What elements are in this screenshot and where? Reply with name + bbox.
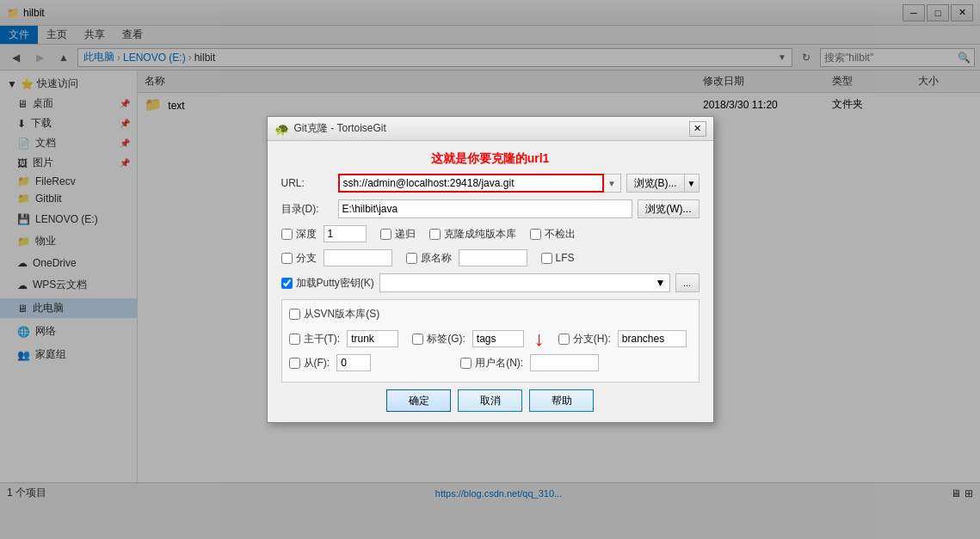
origin-label: 原名称 [421,251,452,266]
putty-browse-button[interactable]: ... [675,273,700,292]
putty-checkbox-item[interactable]: 加载Putty密钥(K) [281,276,374,291]
nocheckout-label: 不检出 [545,227,576,242]
recursive-checkbox-item[interactable]: 递归 [380,227,416,242]
dialog-title: Git克隆 - TortoiseGit [294,121,386,136]
svn-from-checkbox-item[interactable]: 从SVN版本库(S) [289,307,692,322]
depth-checkbox-item[interactable]: 深度 [281,225,367,242]
origin-checkbox-item[interactable]: 原名称 [406,249,527,266]
dir-label: 目录(D): [281,202,333,217]
url-input[interactable] [338,174,604,193]
url-label: URL: [281,177,333,189]
putty-checkbox[interactable] [281,278,293,289]
dialog-title-left: 🐢 Git克隆 - TortoiseGit [274,121,386,136]
dir-input[interactable] [338,199,633,218]
browse-dir-button[interactable]: 浏览(W)... [638,199,699,218]
trunk-checkbox[interactable] [289,334,300,345]
browse-url-button[interactable]: 浏览(B)... [626,174,684,193]
putty-combo-arrow: ▼ [656,277,666,289]
branches-checkbox-item[interactable]: 分支(H): [558,332,611,346]
putty-row: 加载Putty密钥(K) ▼ ... [281,273,700,292]
from-checkbox[interactable] [289,358,300,369]
tortoisegit-icon: 🐢 [274,122,289,136]
help-button[interactable]: 帮助 [529,389,594,412]
putty-label: 加载Putty密钥(K) [296,276,374,291]
bare-checkbox[interactable] [429,229,441,240]
svn-row-2: 从(F): 用户名(N): [289,354,692,371]
svn-from-label: 从SVN版本库(S) [304,307,380,322]
nocheckout-checkbox-item[interactable]: 不检出 [530,227,576,242]
dialog-title-bar: 🐢 Git克隆 - TortoiseGit ✕ [268,117,713,141]
url-browse-group: 浏览(B)... ▼ [626,174,700,193]
dialog-overlay: 🐢 Git克隆 - TortoiseGit ✕ 这就是你要克隆的url1 URL… [0,0,980,539]
tags-checkbox-item[interactable]: 标签(G): [412,332,465,346]
clone-dialog: 🐢 Git克隆 - TortoiseGit ✕ 这就是你要克隆的url1 URL… [267,116,714,423]
bare-checkbox-item[interactable]: 克隆成纯版本库 [429,227,516,242]
svn-from-checkbox[interactable] [289,309,300,320]
url-row: URL: ▼ 浏览(B)... ▼ [281,174,700,193]
nocheckout-checkbox[interactable] [530,229,541,240]
username-label: 用户名(N): [475,356,523,371]
branch-input[interactable] [324,249,392,266]
branch-checkbox-item[interactable]: 分支 [281,249,392,266]
trunk-checkbox-item[interactable]: 主干(T): [289,332,341,346]
checkbox-row-1: 深度 递归 克隆成纯版本库 不检出 [281,225,700,242]
bare-label: 克隆成纯版本库 [444,227,516,242]
username-input[interactable] [530,354,599,371]
depth-input[interactable] [324,225,367,242]
from-label: 从(F): [304,356,330,371]
checkbox-row-2: 分支 原名称 LFS [281,249,700,266]
svn-section: 从SVN版本库(S) 主干(T): 标签(G): [281,299,700,383]
url-dropdown-arrow[interactable]: ▼ [604,174,621,193]
browse-url-arrow[interactable]: ▼ [684,174,700,193]
lfs-checkbox-item[interactable]: LFS [541,252,575,264]
lfs-label: LFS [556,252,575,264]
dialog-body: 这就是你要克隆的url1 URL: ▼ 浏览(B)... ▼ 目录(D): 浏览… [268,141,713,422]
down-arrow-icon: ↓ [534,327,545,351]
svn-row-1: 主干(T): 标签(G): ↓ 分支(H): [289,327,692,351]
tags-checkbox[interactable] [412,334,423,345]
lfs-checkbox[interactable] [541,253,552,264]
trunk-label: 主干(T): [304,332,341,346]
username-checkbox-item[interactable]: 用户名(N): [460,356,523,371]
tags-label: 标签(G): [427,332,465,346]
branches-label: 分支(H): [573,332,611,346]
putty-combo[interactable]: ▼ [379,273,670,292]
recursive-checkbox[interactable] [380,229,391,240]
branches-checkbox[interactable] [558,334,570,345]
tags-input[interactable] [472,330,524,347]
branches-input[interactable] [618,330,687,347]
dir-row: 目录(D): 浏览(W)... [281,199,700,218]
trunk-input[interactable] [347,330,398,347]
origin-input[interactable] [459,249,527,266]
origin-checkbox[interactable] [406,253,417,264]
username-checkbox[interactable] [460,358,472,369]
from-input[interactable] [336,354,371,371]
branch-checkbox[interactable] [281,253,293,264]
annotation-text: 这就是你要克隆的url1 [281,151,700,167]
url-input-group: ▼ [338,174,621,193]
cancel-button[interactable]: 取消 [458,389,522,412]
dialog-buttons: 确定 取消 帮助 [281,389,700,412]
branch-label: 分支 [296,251,317,266]
confirm-button[interactable]: 确定 [386,389,451,412]
depth-checkbox[interactable] [281,229,293,240]
dialog-close-button[interactable]: ✕ [689,121,706,137]
recursive-label: 递归 [395,227,416,242]
depth-label: 深度 [296,227,317,242]
from-checkbox-item[interactable]: 从(F): [289,356,330,371]
